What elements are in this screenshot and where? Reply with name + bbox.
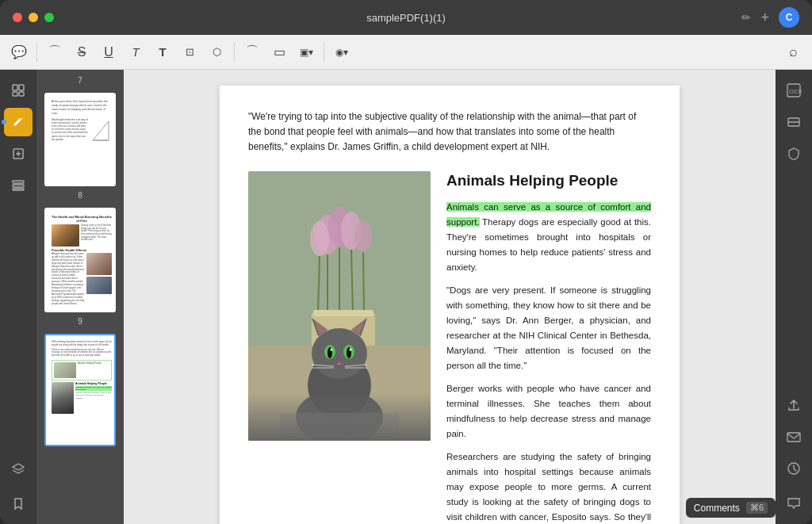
right-panel: OCR	[776, 70, 812, 524]
sidebar-item-layers[interactable]	[4, 454, 33, 483]
mail-button[interactable]	[779, 423, 808, 451]
svg-point-36	[350, 348, 352, 350]
minimize-button[interactable]	[29, 13, 38, 22]
new-tab-button[interactable]: +	[760, 10, 769, 26]
titlebar-actions: ✏ + C	[741, 7, 799, 28]
section-heading: Animals Helping People	[446, 171, 651, 191]
notification-dot	[2, 120, 6, 124]
sidebar-item-edit[interactable]	[4, 140, 33, 168]
more-tool-button[interactable]: ◉▾	[329, 40, 354, 65]
maximize-button[interactable]	[44, 13, 54, 22]
svg-point-24	[296, 389, 383, 441]
edit-icon[interactable]: ✏	[741, 11, 751, 24]
toolbar-divider-2	[234, 43, 235, 62]
traffic-lights	[13, 13, 54, 22]
draw-tool-button[interactable]: ⌒	[42, 40, 67, 65]
svg-rect-2	[13, 92, 17, 96]
page-9-thumbnail[interactable]: NIH is leading important research to fin…	[44, 334, 116, 446]
svg-rect-1	[19, 85, 24, 90]
page-thumbnails-panel: 7 At the peer level, this experiment pro…	[36, 70, 124, 524]
rect-tool-button[interactable]: ▭	[266, 40, 292, 65]
stamp-dropdown-button[interactable]: ▣▾	[293, 40, 319, 65]
text2-tool-button[interactable]: T	[150, 40, 175, 65]
svg-rect-48	[787, 433, 800, 442]
paragraph-2: "Dogs are very present. If someone is st…	[446, 283, 651, 373]
comments-panel-button[interactable]	[779, 489, 808, 518]
paragraph-3: Berger works with people who have cancer…	[446, 381, 651, 442]
pen-tool-button[interactable]: ⌒	[239, 40, 265, 65]
titlebar: samplePDF(1)(1) ✏ + C	[0, 0, 812, 35]
ocr-button[interactable]: OCR	[779, 76, 808, 105]
svg-rect-42	[280, 413, 399, 437]
document-view: "We're trying to tap into the subjective…	[124, 70, 776, 524]
svg-rect-22	[313, 310, 373, 316]
cat-image	[248, 171, 431, 441]
page-9-number: 9	[78, 317, 82, 326]
scan-button[interactable]	[779, 108, 808, 136]
history-button[interactable]	[779, 454, 808, 483]
main-area: 7 At the peer level, this experiment pro…	[0, 70, 812, 524]
sidebar-item-bookmark[interactable]	[4, 489, 33, 518]
article-text-column: Animals Helping People Animals can serve…	[446, 171, 651, 524]
svg-rect-5	[13, 181, 24, 183]
sidebar-item-organize[interactable]	[4, 171, 33, 200]
document-quote: "We're trying to tap into the subjective…	[248, 109, 651, 155]
svg-rect-6	[13, 185, 24, 187]
left-icon-bar	[0, 70, 36, 524]
strikethrough-tool-button[interactable]: S	[69, 40, 94, 65]
svg-text:OCR: OCR	[789, 88, 802, 95]
page-7-thumbnail[interactable]: At the peer level, this experiment provi…	[44, 93, 116, 186]
svg-point-15	[354, 220, 372, 252]
search-button[interactable]: ⌕	[780, 40, 806, 65]
document-page: "We're trying to tap into the subjective…	[220, 86, 680, 524]
toolbar: 💬 ⌒ S U T T ⊡ ⬡ ⌒ ▭ ▣▾ ◉▾ ⌕	[0, 35, 812, 70]
shapes-tool-button[interactable]: ⬡	[204, 40, 229, 65]
share-button[interactable]	[779, 391, 808, 419]
svg-rect-7	[13, 189, 24, 190]
comments-tooltip-label: Comments	[694, 503, 740, 514]
textbox-tool-button[interactable]: ⊡	[177, 40, 202, 65]
svg-point-26	[312, 328, 367, 379]
sidebar-item-pages[interactable]	[4, 76, 33, 105]
toolbar-divider-1	[36, 43, 37, 62]
comments-shortcut: ⌘6	[746, 502, 768, 514]
protect-button[interactable]	[779, 140, 808, 168]
page-7-number: 7	[78, 76, 82, 85]
underline-tool-button[interactable]: U	[96, 40, 121, 65]
article-columns: Animals Helping People Animals can serve…	[248, 171, 651, 524]
toolbar-divider-3	[324, 43, 324, 62]
paragraph-4: Researchers are studying the safety of b…	[446, 449, 651, 524]
avatar[interactable]: C	[779, 7, 799, 28]
svg-rect-0	[13, 85, 17, 90]
svg-point-13	[310, 221, 329, 256]
close-button[interactable]	[13, 13, 22, 22]
svg-point-35	[331, 348, 333, 350]
svg-rect-3	[19, 92, 24, 96]
page-8-number: 8	[78, 191, 82, 200]
comments-tooltip: Comments ⌘6	[686, 498, 776, 518]
svg-marker-8	[93, 121, 109, 140]
comment-tool-button[interactable]: 💬	[6, 40, 32, 65]
article-image-column	[248, 171, 431, 524]
svg-line-20	[363, 252, 364, 314]
page-8-thumbnail[interactable]: The Health and Mood-Boosting Benefits of…	[44, 208, 116, 312]
sidebar-item-highlight[interactable]	[4, 108, 33, 136]
text-tool-button[interactable]: T	[123, 40, 148, 65]
window-title: samplePDF(1)(1)	[13, 12, 799, 24]
paragraph-1: Animals can serve as a source of comfort…	[446, 200, 651, 275]
